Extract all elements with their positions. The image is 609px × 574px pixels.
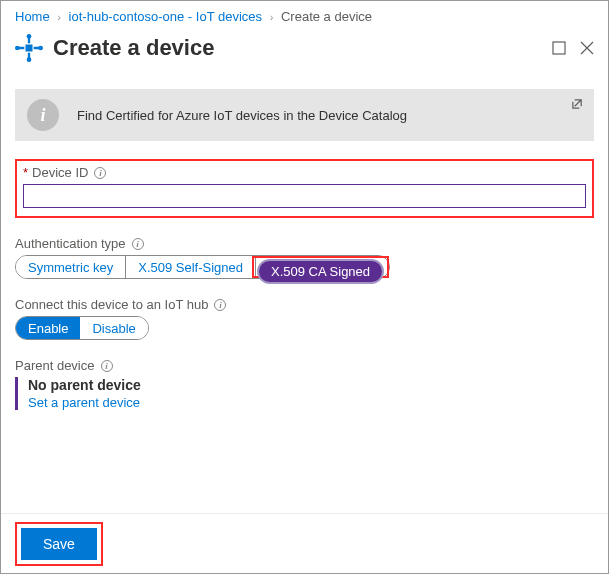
auth-type-pills: Symmetric key X.509 Self-Signed X.509 CA…: [15, 255, 390, 279]
svg-rect-5: [553, 42, 565, 54]
connect-section: Connect this device to an IoT hub i Enab…: [15, 297, 594, 340]
auth-type-section: Authentication type i Symmetric key X.50…: [15, 236, 594, 279]
help-icon[interactable]: i: [94, 167, 106, 179]
connect-enable[interactable]: Enable: [16, 317, 80, 339]
highlight-box: Save: [15, 522, 103, 566]
highlight-box: X.509 CA Signed: [252, 256, 389, 278]
breadcrumb-home[interactable]: Home: [15, 9, 50, 24]
page-header: Create a device: [1, 30, 608, 76]
parent-device-none: No parent device: [28, 377, 594, 393]
breadcrumb: Home › iot-hub-contoso-one - IoT devices…: [1, 1, 608, 30]
info-banner[interactable]: i Find Certified for Azure IoT devices i…: [15, 89, 594, 141]
info-icon: i: [27, 99, 59, 131]
auth-type-label: Authentication type i: [15, 236, 594, 251]
svg-point-1: [27, 34, 32, 39]
chevron-right-icon: ›: [270, 11, 274, 23]
svg-rect-0: [26, 45, 33, 52]
svg-point-3: [15, 46, 20, 51]
help-icon[interactable]: i: [101, 360, 113, 372]
svg-point-4: [38, 46, 43, 51]
auth-x509-self-signed[interactable]: X.509 Self-Signed: [125, 256, 256, 278]
parent-device-section: Parent device i No parent device Set a p…: [15, 358, 594, 410]
svg-point-2: [27, 57, 32, 62]
help-icon[interactable]: i: [132, 238, 144, 250]
set-parent-device-link[interactable]: Set a parent device: [28, 395, 594, 410]
maximize-icon[interactable]: [552, 41, 566, 55]
info-banner-text: Find Certified for Azure IoT devices in …: [77, 108, 407, 123]
device-icon: [15, 34, 43, 62]
connect-label: Connect this device to an IoT hub i: [15, 297, 594, 312]
required-indicator: *: [23, 165, 28, 180]
page-title: Create a device: [53, 35, 538, 61]
parent-device-label: Parent device i: [15, 358, 594, 373]
help-icon[interactable]: i: [214, 299, 226, 311]
device-id-input[interactable]: [23, 184, 586, 208]
breadcrumb-current: Create a device: [281, 9, 372, 24]
footer: Save: [1, 513, 608, 573]
device-id-label: * Device ID i: [23, 165, 586, 180]
chevron-right-icon: ›: [57, 11, 61, 23]
external-link-icon: [571, 97, 584, 110]
connect-pills: Enable Disable: [15, 316, 149, 340]
device-id-section: * Device ID i: [15, 159, 594, 218]
auth-x509-ca-signed[interactable]: X.509 CA Signed: [257, 259, 384, 284]
connect-disable[interactable]: Disable: [80, 317, 147, 339]
breadcrumb-hub[interactable]: iot-hub-contoso-one - IoT devices: [69, 9, 262, 24]
close-icon[interactable]: [580, 41, 594, 55]
auth-symmetric-key[interactable]: Symmetric key: [16, 256, 125, 278]
save-button[interactable]: Save: [21, 528, 97, 560]
